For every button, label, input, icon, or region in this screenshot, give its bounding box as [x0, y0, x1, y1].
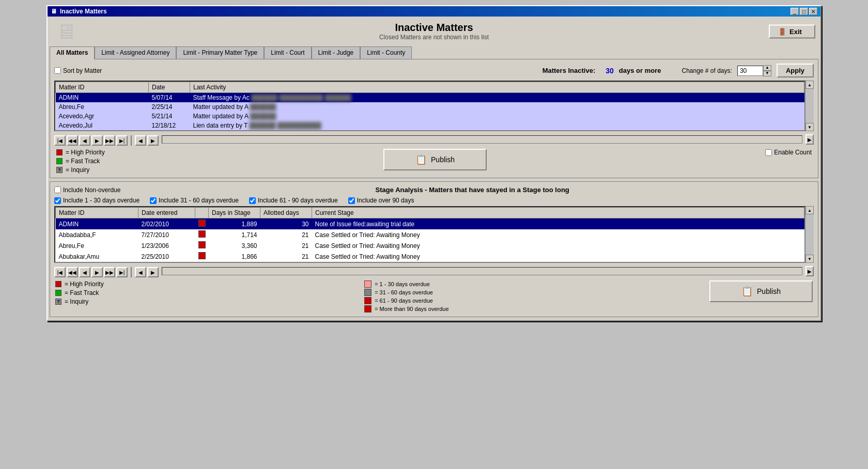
cell-date: 7/27/2010	[138, 229, 195, 240]
col-matter-id: Matter ID	[56, 82, 149, 93]
cell-matter-id: Abbadabba,F	[56, 229, 138, 240]
stage-nav-first-button[interactable]: |◀	[54, 267, 66, 277]
tab-limit-attorney[interactable]: Limit - Assigned Attorney	[95, 46, 176, 59]
matters-inactive-label: Matters Inactive:	[542, 67, 596, 74]
top-scrollbar-v[interactable]: ▲ ▼	[805, 81, 814, 131]
nav-scroll-left-button[interactable]: ◀	[135, 135, 146, 146]
publish-button-bottom[interactable]: 📋 Publish	[709, 280, 813, 302]
days-input[interactable]	[737, 66, 763, 76]
include-1-30-checkbox[interactable]	[54, 197, 61, 204]
table-row[interactable]: ADMIN 5/07/14 Staff Message by Ac ██████…	[56, 93, 804, 103]
sort-by-matter-label[interactable]: Sort by Matter	[54, 67, 102, 74]
stage-scroll-up-arrow[interactable]: ▲	[805, 206, 814, 214]
stage-header: Include Non-overdue Stage Analysis - Mat…	[54, 186, 814, 194]
stage-nav-last-button[interactable]: ▶|	[116, 267, 128, 277]
spin-buttons: ▲ ▼	[763, 65, 771, 76]
table-row[interactable]: Acevedo,Agr 5/21/14 Matter updated by A …	[56, 112, 804, 121]
nav-prev-button[interactable]: ◀	[79, 135, 90, 146]
cell-allotted-days: 21	[260, 229, 312, 240]
publish-icon-top: 📋	[415, 154, 427, 165]
top-table-wrapper: Matter ID Date Last Activity ADMIN 5/07/…	[54, 81, 814, 131]
table-row[interactable]: ADMIN 2/02/2010 1,889 30 Note of Issue f…	[56, 218, 804, 230]
include-non-overdue-checkbox[interactable]	[54, 186, 61, 193]
stage-scroll-down-arrow[interactable]: ▼	[805, 255, 814, 263]
include-1-30-label[interactable]: Include 1 - 30 days overdue	[54, 197, 140, 204]
cell-days-in-stage: 1,889	[209, 218, 260, 230]
maximize-button[interactable]: □	[800, 8, 808, 15]
scroll-down-arrow[interactable]: ▼	[805, 123, 814, 131]
table-row[interactable]: Acevedo,Jul 12/18/12 Lien data entry by …	[56, 121, 804, 130]
stage-h-scroll-right-end[interactable]: ▶	[805, 266, 814, 276]
stage-nav-scroll-left-button[interactable]: ◀	[135, 267, 146, 277]
nav-next-button[interactable]: ▶	[91, 135, 103, 146]
stage-scrollbar-v[interactable]: ▲ ▼	[805, 206, 814, 263]
scroll-up-arrow[interactable]: ▲	[805, 81, 814, 89]
apply-button[interactable]: Apply	[777, 64, 814, 77]
change-days-label: Change # of days:	[681, 67, 732, 74]
h-scrollbar-track[interactable]	[162, 135, 802, 144]
spin-up-button[interactable]: ▲	[763, 65, 771, 71]
stage-nav-next-page-button[interactable]: ▶▶	[104, 267, 115, 277]
cell-current-stage: Case Settled or Tried: Awaiting Money	[312, 251, 804, 262]
nav-prev-page-button[interactable]: ◀◀	[67, 135, 78, 146]
priority-red-icon	[198, 220, 206, 227]
stage-nav-prev-page-button[interactable]: ◀◀	[67, 267, 78, 277]
cell-days-in-stage: 3,360	[209, 240, 260, 251]
include-31-60-label[interactable]: Include 31 - 60 days overdue	[150, 197, 239, 204]
col-activity: Last Activity	[190, 82, 804, 93]
days-or-more: days or more	[619, 67, 661, 74]
legend-publish-row: = High Priority = Fast Track ? = Inquiry…	[54, 149, 814, 174]
cell-matter-id: Acevedo,Agr	[56, 112, 149, 121]
table-row[interactable]: Abreu,Fe 1/23/2006 3,360 21 Case Settled…	[56, 240, 804, 251]
stage-table-container[interactable]: Matter ID Date entered Days in Stage All…	[54, 206, 805, 263]
cell-current-stage: Case Settled or Tried: Awaiting Money	[312, 229, 804, 240]
stage-section: Include Non-overdue Stage Analysis - Mat…	[50, 181, 818, 317]
nav-first-button[interactable]: |◀	[54, 135, 66, 146]
publish-button-top[interactable]: 📋 Publish	[383, 149, 487, 170]
stage-nav-next-button[interactable]: ▶	[91, 267, 103, 277]
stage-table: Matter ID Date entered Days in Stage All…	[55, 207, 804, 262]
tab-limit-matter-type[interactable]: Limit - Primary Matter Type	[176, 46, 264, 59]
include-61-90-label[interactable]: Include 61 - 90 days overdue	[249, 197, 338, 204]
nav-last-button[interactable]: ▶|	[116, 135, 128, 146]
include-61-90-checkbox[interactable]	[249, 197, 256, 204]
cell-activity: Matter updated by A ██████	[190, 102, 804, 112]
enable-count-container: Enable Count	[765, 149, 812, 156]
table-row[interactable]: Abreu,Fe 2/25/14 Matter updated by A ███…	[56, 102, 804, 112]
minimize-button[interactable]: _	[791, 8, 799, 15]
include-non-overdue-label[interactable]: Include Non-overdue	[54, 186, 120, 194]
exit-button[interactable]: 🚪 Exit	[769, 24, 815, 38]
tab-limit-court[interactable]: Limit - Court	[264, 46, 311, 59]
table-row[interactable]: Abbadabba,F 7/27/2010 1,714 21 Case Sett…	[56, 229, 804, 240]
tab-limit-county[interactable]: Limit - County	[360, 46, 412, 59]
include-over-90-label[interactable]: Include over 90 days	[348, 197, 414, 204]
spin-down-button[interactable]: ▼	[763, 71, 771, 76]
cell-current-stage: Note of Issue filed:awaiting trial date	[312, 218, 804, 230]
top-panel: Sort by Matter Matters Inactive: 30 days…	[50, 59, 818, 178]
stage-nav-prev-button[interactable]: ◀	[79, 267, 90, 277]
cell-priority-icon	[195, 218, 209, 230]
top-table-container[interactable]: Matter ID Date Last Activity ADMIN 5/07/…	[54, 81, 805, 131]
stage-nav-scroll-right-button[interactable]: ▶	[147, 267, 159, 277]
top-legend: = High Priority = Fast Track ? = Inquiry	[56, 149, 105, 174]
nav-next-page-button[interactable]: ▶▶	[104, 135, 115, 146]
table-row[interactable]: Abubakar,Amu 2/25/2010 1,866 21 Case Set…	[56, 251, 804, 262]
title-bar: 🖥 Inactive Matters _ □ ✕	[48, 6, 820, 17]
tab-limit-judge[interactable]: Limit - Judge	[312, 46, 361, 59]
stage-table-scroll: Matter ID Date entered Days in Stage All…	[54, 206, 805, 263]
include-over-90-checkbox[interactable]	[348, 197, 355, 204]
enable-count-checkbox[interactable]	[765, 149, 772, 156]
stage-scroll-track	[805, 214, 814, 255]
nav-scroll-right-button[interactable]: ▶	[147, 135, 159, 146]
cell-matter-id: ADMIN	[56, 218, 138, 230]
tab-all-matters[interactable]: All Matters	[50, 46, 95, 59]
h-scroll-right-end[interactable]: ▶	[805, 134, 814, 145]
sort-by-matter-checkbox[interactable]	[54, 67, 61, 74]
overdue-90-plus: = More than 90 days overdue	[364, 305, 448, 312]
stage-legend-fast-track: = Fast Track	[55, 289, 104, 296]
stage-h-scrollbar-track[interactable]	[162, 267, 802, 275]
include-31-60-checkbox[interactable]	[150, 197, 157, 204]
col-date-entered: Date entered	[138, 208, 195, 218]
priority-red-icon	[198, 241, 206, 248]
close-button[interactable]: ✕	[809, 8, 817, 15]
